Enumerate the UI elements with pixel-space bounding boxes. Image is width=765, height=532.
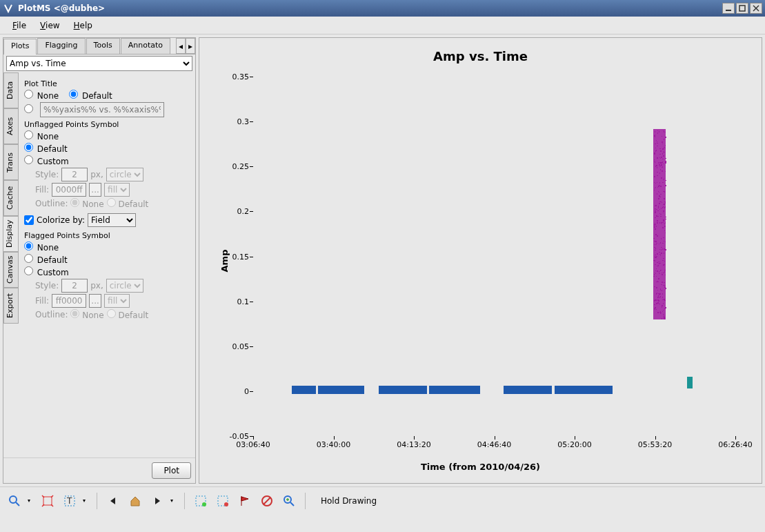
zoom-dropdown[interactable]: ▾ <box>28 497 34 504</box>
unflag-icon[interactable] <box>258 492 276 510</box>
unflagged-outline-label: Outline: <box>35 199 68 208</box>
plot-area[interactable]: -0.0500.050.10.150.20.250.30.3503:06:400… <box>253 77 735 436</box>
unflagged-custom[interactable]: Custom <box>24 155 69 166</box>
deselect-region-icon[interactable] <box>214 492 232 510</box>
unflagged-fill-mode[interactable]: fill <box>104 183 130 197</box>
flagged-outline-label: Outline: <box>35 310 68 319</box>
fit-icon[interactable] <box>39 492 57 510</box>
flagged-fill-mode[interactable]: fill <box>104 294 130 308</box>
flagged-custom[interactable]: Custom <box>24 266 69 277</box>
chart-pane: Amp vs. Time Amp Time (from 2010/04/26) … <box>199 37 762 484</box>
unflagged-fill-label: Fill: <box>35 185 49 195</box>
tab-annotator[interactable]: Annotato <box>121 38 170 54</box>
plot-title-default[interactable]: Default <box>69 90 112 101</box>
maximize-button[interactable] <box>736 3 748 14</box>
flagged-fill-label: Fill: <box>35 296 49 306</box>
chart-ylabel: Amp <box>219 249 230 272</box>
flagged-outline-none[interactable]: None <box>70 309 103 320</box>
svg-point-4 <box>10 496 17 503</box>
unflagged-label: Unflagged Points Symbol <box>24 120 190 129</box>
plot-type-select[interactable]: Amp vs. Time <box>6 56 192 71</box>
data-points <box>292 386 316 393</box>
plot-title-input[interactable] <box>40 102 164 117</box>
unflagged-fill-value[interactable] <box>52 183 86 197</box>
menubar: File View Help <box>0 17 765 35</box>
chart-xlabel: Time (from 2010/04/26) <box>205 462 756 472</box>
plot-title-custom[interactable] <box>24 104 34 115</box>
titlebar: PlotMS <@dubhe> <box>0 0 765 17</box>
display-panel: Plot Title None Default Unflagged Points… <box>19 72 195 457</box>
tab-plots[interactable]: Plots <box>3 39 37 55</box>
data-points <box>687 377 693 388</box>
flagged-style-value[interactable] <box>61 279 88 293</box>
data-points <box>555 386 613 393</box>
unflagged-style-value[interactable] <box>61 168 88 181</box>
svg-line-16 <box>290 502 294 506</box>
bottom-toolbar: ▾ T ▾ ▾ Hold Drawing <box>0 486 765 514</box>
unflagged-none[interactable]: None <box>24 130 59 141</box>
vtab-axes[interactable]: Axes <box>3 108 19 144</box>
text-dropdown[interactable]: ▾ <box>83 497 90 504</box>
flagged-shape[interactable]: circle <box>106 279 143 293</box>
prev-icon[interactable] <box>104 492 122 510</box>
unflagged-style-label: Style: <box>35 170 59 179</box>
plot-title-none[interactable]: None <box>24 90 59 101</box>
locate-icon[interactable] <box>280 492 298 510</box>
close-button[interactable] <box>750 3 762 14</box>
flagged-style-label: Style: <box>35 281 59 290</box>
next-dropdown[interactable]: ▾ <box>170 497 177 504</box>
menu-help[interactable]: Help <box>67 18 99 33</box>
status-text: Hold Drawing <box>321 496 377 506</box>
svg-point-12 <box>224 502 228 506</box>
svg-line-14 <box>264 497 270 504</box>
vtab-trans[interactable]: Trans <box>3 144 19 180</box>
menu-view[interactable]: View <box>33 18 66 33</box>
vtab-canvas[interactable]: Canvas <box>3 252 19 288</box>
svg-point-10 <box>202 502 206 506</box>
unflagged-fill-picker[interactable]: ... <box>89 183 101 197</box>
vtab-data[interactable]: Data <box>3 72 19 108</box>
flagged-none[interactable]: None <box>24 242 59 253</box>
colorize-select[interactable]: Field <box>88 213 136 227</box>
left-pane: Plots Flagging Tools Annotato ◂ ▸ Amp vs… <box>3 37 196 484</box>
data-points <box>504 386 552 393</box>
tab-tools[interactable]: Tools <box>86 38 120 54</box>
flagged-label: Flagged Points Symbol <box>24 231 190 240</box>
chart-title: Amp vs. Time <box>205 43 756 66</box>
svg-line-5 <box>16 502 19 506</box>
text-tool-icon[interactable]: T <box>61 492 79 510</box>
vtab-export[interactable]: Export <box>3 288 19 324</box>
unflagged-outline-default[interactable]: Default <box>107 198 149 209</box>
unflagged-shape[interactable]: circle <box>106 168 143 181</box>
next-icon[interactable] <box>148 492 166 510</box>
data-points <box>429 386 479 393</box>
tab-scroll-right[interactable]: ▸ <box>186 38 195 54</box>
flagged-fill-picker[interactable]: ... <box>89 294 101 308</box>
flagged-fill-value[interactable] <box>52 294 86 308</box>
data-points <box>379 386 427 393</box>
menu-file[interactable]: File <box>6 18 33 33</box>
vtab-display[interactable]: Display <box>3 216 19 252</box>
flagged-outline-default[interactable]: Default <box>107 309 149 320</box>
vertical-tabs: Data Axes Trans Cache Display Canvas Exp… <box>3 72 19 457</box>
plot-button[interactable]: Plot <box>152 462 191 479</box>
flag-icon[interactable] <box>236 492 254 510</box>
home-icon[interactable] <box>126 492 144 510</box>
minimize-button[interactable] <box>722 3 735 14</box>
colorize-checkbox[interactable] <box>24 215 34 225</box>
tab-scroll-left[interactable]: ◂ <box>176 38 186 54</box>
vtab-cache[interactable]: Cache <box>3 180 19 216</box>
select-region-icon[interactable] <box>192 492 210 510</box>
flagged-default[interactable]: Default <box>24 254 68 265</box>
window-title: PlotMS <@dubhe> <box>18 3 721 13</box>
tab-flagging[interactable]: Flagging <box>37 38 85 54</box>
top-tabs: Plots Flagging Tools Annotato ◂ ▸ <box>3 38 195 55</box>
data-points <box>318 386 364 393</box>
unflagged-default[interactable]: Default <box>24 143 68 154</box>
unflagged-outline-none[interactable]: None <box>70 198 103 209</box>
colorize-label: Colorize by: <box>37 215 85 225</box>
svg-text:T: T <box>66 496 72 506</box>
svg-rect-6 <box>43 497 52 505</box>
svg-rect-1 <box>739 6 745 11</box>
zoom-icon[interactable] <box>6 492 23 510</box>
